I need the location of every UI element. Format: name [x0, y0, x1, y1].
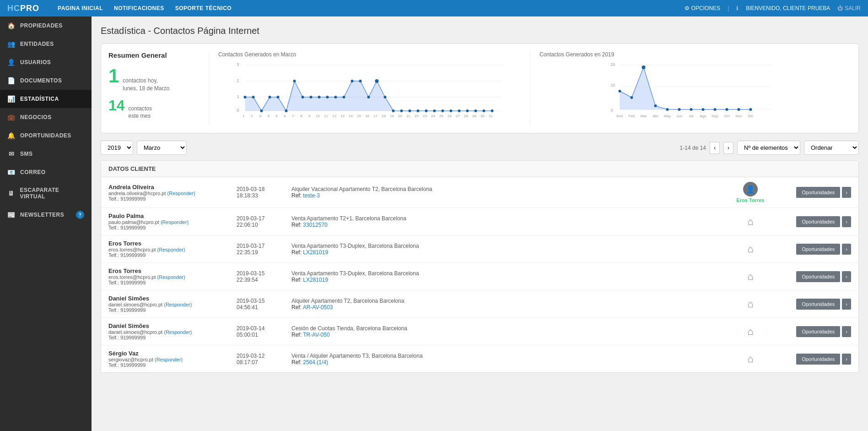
oportunidades-button[interactable]: Oportunidades: [796, 326, 840, 337]
detail-button[interactable]: ›: [842, 326, 851, 337]
data-section: DATOS CLIENTE Andrela Oliveira andrela.o…: [101, 160, 859, 373]
svg-point-87: [726, 108, 728, 111]
svg-point-19: [326, 96, 329, 98]
table-row: Paulo Palma paulo.palma@hcpro.pt (Respon…: [101, 208, 858, 235]
client-tel: Telf.: 919999999: [108, 225, 237, 230]
reply-link[interactable]: (Responder): [164, 329, 192, 335]
detail-button[interactable]: ›: [842, 299, 851, 310]
svg-text:2: 2: [251, 114, 253, 118]
svg-text:Oct: Oct: [724, 114, 730, 118]
agent-info: ⌂: [723, 352, 778, 366]
svg-point-27: [392, 109, 395, 112]
svg-point-79: [631, 96, 633, 99]
sidebar-item-sms[interactable]: ✉ SMS: [0, 145, 92, 163]
sidebar-item-correo[interactable]: 📧 CORREO: [0, 163, 92, 181]
salir-button[interactable]: ⏻ SALIR: [837, 5, 861, 11]
month-select[interactable]: Enero Febrero Marzo Abril Mayo Junio Jul…: [137, 141, 187, 155]
sidebar-item-negocios[interactable]: 💼 NEGOCIOS: [0, 108, 92, 126]
sidebar-label-escaparate: ESCAPARATE VIRTUAL: [20, 187, 84, 200]
sidebar-item-estadistica[interactable]: 📊 ESTADÍSTICA: [0, 90, 92, 108]
oportunidades-button[interactable]: Oportunidades: [796, 271, 840, 282]
contact-date: 2019-03-15 04:56:41: [237, 298, 291, 311]
reply-link[interactable]: (Responder): [157, 274, 185, 280]
pagination-next-button[interactable]: ›: [723, 142, 733, 154]
sidebar-item-documentos[interactable]: 📄 DOCUMENTOS: [0, 71, 92, 90]
chart-2019-svg: 20 10 0: [539, 61, 842, 116]
svg-point-32: [433, 109, 436, 112]
property-info: Venta / Alquiler Apartamento T3, Barcelo…: [291, 353, 723, 366]
oportunidades-button[interactable]: Oportunidades: [796, 216, 840, 227]
svg-text:Mar: Mar: [641, 114, 647, 118]
svg-text:Sep: Sep: [712, 114, 718, 118]
main-nav-links: PAGINA INICIAL NOTIFICACIONES SOPORTE TÉ…: [58, 5, 685, 11]
svg-text:6: 6: [284, 114, 286, 118]
reply-link[interactable]: (Responder): [167, 191, 195, 196]
sidebar-label-estadistica: ESTADÍSTICA: [20, 96, 59, 102]
sidebar-label-newsletters: NEWSLETTERS: [20, 212, 64, 218]
detail-button[interactable]: ›: [842, 244, 851, 255]
agent-info: ⌂: [723, 297, 778, 311]
svg-point-86: [714, 108, 717, 111]
sidebar-item-oportunidades[interactable]: 🔔 OPORTUNIDADES: [0, 126, 92, 145]
pagination-info: 1-14 de 14: [680, 145, 706, 151]
data-header: DATOS CLIENTE: [101, 161, 858, 177]
reply-link[interactable]: (Responder): [161, 219, 189, 225]
oportunidades-button[interactable]: Oportunidades: [796, 187, 840, 198]
logo-hc: HC: [7, 4, 20, 13]
ref-link[interactable]: 2564.(1/4): [303, 359, 328, 366]
table-row: Andrela Oliveira andrela.oliveira@hcpro.…: [101, 177, 858, 208]
detail-button[interactable]: ›: [842, 271, 851, 282]
elements-select[interactable]: Nº de elementos 10 25 50: [737, 141, 800, 155]
sidebar-item-newsletters[interactable]: 📰 NEWSLETTERS ?: [0, 205, 92, 224]
oportunidades-button[interactable]: Oportunidades: [796, 244, 840, 255]
ref-link[interactable]: teste-3: [303, 192, 320, 199]
pagination-prev-button[interactable]: ‹: [710, 142, 720, 154]
reply-link[interactable]: (Responder): [155, 357, 183, 362]
reply-link[interactable]: (Responder): [157, 247, 185, 252]
detail-button[interactable]: ›: [842, 354, 851, 365]
ref-link[interactable]: LX281019: [303, 249, 328, 256]
ref-link[interactable]: TR-AV-050: [303, 332, 329, 338]
summary-card: Resumen General 1 contactos hoy,lunes, 1…: [101, 44, 859, 133]
detail-button[interactable]: ›: [842, 187, 851, 198]
svg-point-89: [749, 108, 752, 111]
ref-link[interactable]: LX281019: [303, 277, 328, 283]
sidebar-item-escaparate[interactable]: 🖥 ESCAPARATE VIRTUAL: [0, 181, 92, 205]
client-info: Sérgio Vaz sergiovaz@hcpro.pt (Responder…: [108, 350, 237, 368]
property-ref: Ref: 2564.(1/4): [291, 359, 723, 366]
row-actions: Oportunidades ›: [778, 244, 851, 255]
year-select[interactable]: 2019 2018 2017: [101, 141, 133, 155]
nav-soporte-tecnico[interactable]: SOPORTE TÉCNICO: [175, 5, 232, 11]
options-button[interactable]: ⚙ OPCIONES: [685, 5, 720, 11]
svg-text:12: 12: [332, 114, 336, 118]
nav-notificaciones[interactable]: NOTIFICACIONES: [114, 5, 164, 11]
document-icon: 📄: [7, 77, 16, 84]
svg-point-23: [359, 80, 362, 82]
oportunidades-button[interactable]: Oportunidades: [796, 354, 840, 365]
ref-link[interactable]: 33012570: [303, 222, 327, 228]
detail-button[interactable]: ›: [842, 216, 851, 227]
property-info: Venta Apartamento T3-Duplex, Barcelona B…: [291, 243, 723, 256]
sidebar-item-entidades[interactable]: 👥 ENTIDADES: [0, 35, 92, 53]
nav-pagina-inicial[interactable]: PAGINA INICIAL: [58, 5, 103, 11]
svg-point-17: [310, 96, 313, 98]
svg-point-80: [642, 65, 646, 69]
oportunidades-button[interactable]: Oportunidades: [796, 299, 840, 310]
sidebar-label-usuarios: USUARIOS: [20, 59, 51, 65]
chart-march-container: 3 2 1 0: [218, 61, 521, 116]
ref-link[interactable]: AR-AV-0503: [303, 304, 333, 311]
property-icon: ⌂: [743, 324, 758, 339]
order-select[interactable]: Ordenar: [804, 141, 859, 155]
property-info: Cesión de Cuotas Tienda, Barcelona Barce…: [291, 325, 723, 338]
sidebar-item-propiedades[interactable]: 🏠 PROPIEDADES: [0, 16, 92, 35]
sidebar-item-usuarios[interactable]: 👤 USUARIOS: [0, 53, 92, 71]
chart-2019-container: 20 10 0: [539, 61, 842, 116]
agent-info: ⌂: [723, 324, 778, 339]
svg-text:30: 30: [480, 114, 485, 118]
svg-text:Jun: Jun: [676, 114, 682, 118]
svg-text:25: 25: [439, 114, 443, 118]
property-icon: ⌂: [743, 214, 758, 229]
svg-point-16: [302, 96, 304, 98]
table-row: Eros Torres eros.torres@hcpro.pt (Respon…: [101, 263, 858, 290]
reply-link[interactable]: (Responder): [164, 302, 192, 307]
